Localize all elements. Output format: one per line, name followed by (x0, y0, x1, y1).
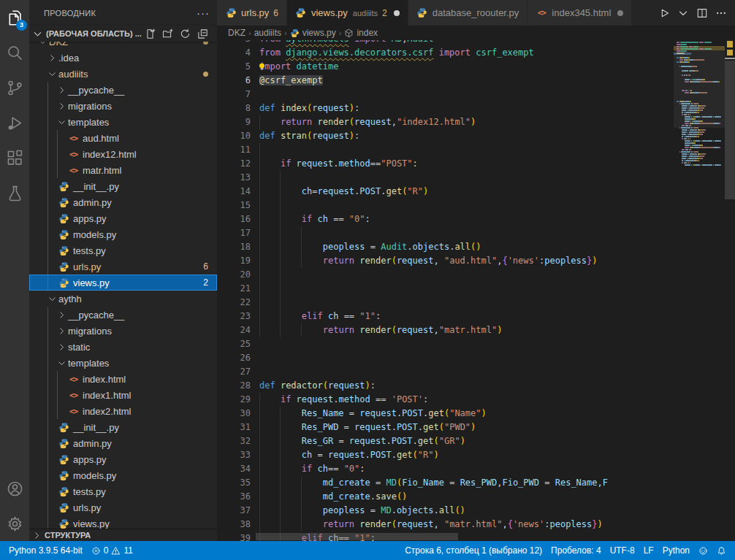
tree-item-apps.py[interactable]: apps.py (29, 210, 217, 226)
code-line-32[interactable]: 32 Res_GR = request.POST.get("GR") (217, 434, 674, 448)
vertical-scrollbar[interactable] (725, 40, 735, 541)
code-line-13[interactable]: 13 (217, 171, 674, 185)
tree-item-tests.py[interactable]: tests.py (29, 483, 217, 499)
more-actions-button[interactable] (715, 7, 727, 19)
new-folder-button[interactable] (162, 28, 173, 39)
status-cursor-position[interactable]: Строка 6, столбец 1 (выбрано 12) (400, 541, 547, 560)
breadcrumb-audiiits[interactable]: audiiits (254, 28, 281, 38)
tree-item-__init__.py[interactable]: __init__.py (29, 419, 217, 435)
code-line-30[interactable]: 30 Res_Name = request.POST.get("Name") (217, 407, 674, 421)
code-line-9[interactable]: 9 return render(request,"index12.html") (217, 115, 674, 129)
workspace-section-header[interactable]: (РАБОЧАЯ ОБЛАСТЬ) ... (29, 26, 217, 42)
run-dropdown-button[interactable] (677, 7, 689, 19)
tree-item-urls.py[interactable]: urls.py (29, 499, 217, 515)
tree-item-static[interactable]: static (29, 339, 217, 355)
code-line-38[interactable]: 38 return render(request, "matr.html",{'… (217, 518, 674, 532)
tab-index345.html[interactable]: <>index345.html (528, 0, 632, 26)
tree-item-index.html[interactable]: <>index.html (29, 371, 217, 387)
tree-item-views.py[interactable]: views.py2 (29, 275, 217, 291)
activity-item-testing[interactable] (0, 175, 29, 210)
tree-item-views.py[interactable]: views.py (29, 515, 217, 529)
activity-item-settings[interactable] (0, 506, 29, 541)
tree-item-DKZ[interactable]: DKZ (29, 42, 217, 50)
tree-item-admin.py[interactable]: admin.py (29, 435, 217, 451)
code-line-8[interactable]: 8def index(request): (217, 101, 674, 115)
run-button[interactable] (658, 7, 670, 19)
code-line-18[interactable]: 18 peopless = Audit.objects.all() (217, 240, 674, 254)
split-editor-button[interactable] (696, 7, 708, 19)
code-line-6[interactable]: 6@csrf_exempt (217, 74, 674, 88)
code-line-37[interactable]: 37 peopless = MD.objects.all() (217, 504, 674, 518)
dirty-dot-icon[interactable] (394, 10, 400, 16)
code-line-4[interactable]: 4from django.views.decorators.csrf impor… (217, 46, 674, 60)
tree-item-index12.html[interactable]: <>index12.html (29, 146, 217, 162)
activity-item-search[interactable] (0, 35, 29, 70)
status-notifications[interactable] (712, 541, 731, 560)
tree-item-models.py[interactable]: models.py (29, 226, 217, 242)
dirty-dot-icon[interactable] (617, 10, 623, 16)
code-line-15[interactable]: 15 (217, 199, 674, 212)
tree-item-__pycache__[interactable]: __pycache__ (29, 82, 217, 98)
code-line-26[interactable]: 26 (217, 351, 674, 365)
code-line-3[interactable]: 3from aythh.models import MD,Audit (217, 40, 674, 46)
code-line-22[interactable]: 22 (217, 296, 674, 310)
code-line-24[interactable]: 24 return render(request,"matr.html") (217, 323, 674, 337)
code-line-31[interactable]: 31 Res_PWD = request.POST.get("PWD") (217, 421, 674, 434)
code-line-25[interactable]: 25 (217, 337, 674, 351)
status-feedback[interactable] (694, 541, 712, 560)
code-line-12[interactable]: 12 if request.method=="POST": (217, 157, 674, 171)
code-line-17[interactable]: 17 (217, 226, 674, 240)
breadcrumb-DKZ[interactable]: DKZ (228, 28, 245, 38)
code-line-10[interactable]: 10def stran(request): (217, 129, 674, 143)
code-line-36[interactable]: 36 md_create.save() (217, 490, 674, 504)
explorer-more-actions-icon[interactable]: ··· (197, 9, 210, 17)
code-line-27[interactable]: 27 (217, 365, 674, 379)
code-line-11[interactable]: 11 (217, 143, 674, 157)
horizontal-scrollbar-thumb[interactable] (256, 533, 458, 540)
code-line-7[interactable]: 7 (217, 88, 674, 101)
tree-item-migrations[interactable]: migrations (29, 323, 217, 339)
code-editor[interactable]: 3from aythh.models import MD,Audit4from … (217, 40, 674, 541)
tree-item-index2.html[interactable]: <>index2.html (29, 403, 217, 419)
tab-views.py[interactable]: views.pyaudiiits2 (287, 0, 408, 26)
collapse-all-button[interactable] (197, 28, 208, 39)
status-problems[interactable]: 011 (87, 541, 137, 560)
tab-database_roouter.py[interactable]: database_roouter.py (408, 0, 528, 26)
tree-item-matr.html[interactable]: <>matr.html (29, 162, 217, 178)
code-line-33[interactable]: 33 ch = request.POST.get("R") (217, 448, 674, 462)
code-line-5[interactable]: 5import datetime (217, 60, 674, 74)
activity-item-accounts[interactable] (0, 471, 29, 506)
tree-item-__init__.py[interactable]: __init__.py (29, 178, 217, 194)
status-interpreter[interactable]: Python 3.9.5 64-bit (4, 541, 87, 560)
code-line-34[interactable]: 34 if ch== "0": (217, 462, 674, 476)
tree-item-tests.py[interactable]: tests.py (29, 242, 217, 258)
outline-section-header[interactable]: СТРУКТУРА (29, 529, 217, 541)
tree-item-apps.py[interactable]: apps.py (29, 451, 217, 467)
code-line-28[interactable]: 28def redactor(request): (217, 379, 674, 393)
status-indentation[interactable]: Пробелов: 4 (547, 541, 606, 560)
breadcrumb-index[interactable]: index (344, 28, 378, 38)
code-line-14[interactable]: 14 ch=request.POST.get("R") (217, 185, 674, 199)
code-line-19[interactable]: 19 return render(request, "aud.html",{'n… (217, 254, 674, 268)
activity-item-explorer[interactable]: 3 (0, 0, 29, 35)
scrollbar-thumb[interactable] (725, 61, 735, 199)
tree-item-urls.py[interactable]: urls.py6 (29, 258, 217, 275)
tree-item-audiiits[interactable]: audiiits (29, 66, 217, 82)
tree-item-templates[interactable]: templates (29, 114, 217, 130)
activity-item-run-debug[interactable] (0, 105, 29, 140)
tab-urls.py[interactable]: urls.py6 (217, 0, 287, 26)
code-line-29[interactable]: 29 if request.method == 'POST': (217, 393, 674, 407)
tree-item-__pycache__[interactable]: __pycache__ (29, 307, 217, 323)
code-line-35[interactable]: 35 md_create = MD(Fio_Name = Res_PWD,Fio… (217, 476, 674, 490)
code-line-23[interactable]: 23 elif ch == "1": (217, 310, 674, 323)
activity-item-extensions[interactable] (0, 140, 29, 175)
tree-item-aythh[interactable]: aythh (29, 291, 217, 307)
refresh-button[interactable] (180, 28, 191, 39)
tree-item-index1.html[interactable]: <>index1.html (29, 387, 217, 403)
activity-item-source-control[interactable] (0, 70, 29, 105)
status-language-mode[interactable]: Python (658, 541, 694, 560)
status-eol[interactable]: LF (639, 541, 658, 560)
tree-item-models.py[interactable]: models.py (29, 467, 217, 483)
code-line-21[interactable]: 21 (217, 282, 674, 296)
tree-item-migrations[interactable]: migrations (29, 98, 217, 114)
